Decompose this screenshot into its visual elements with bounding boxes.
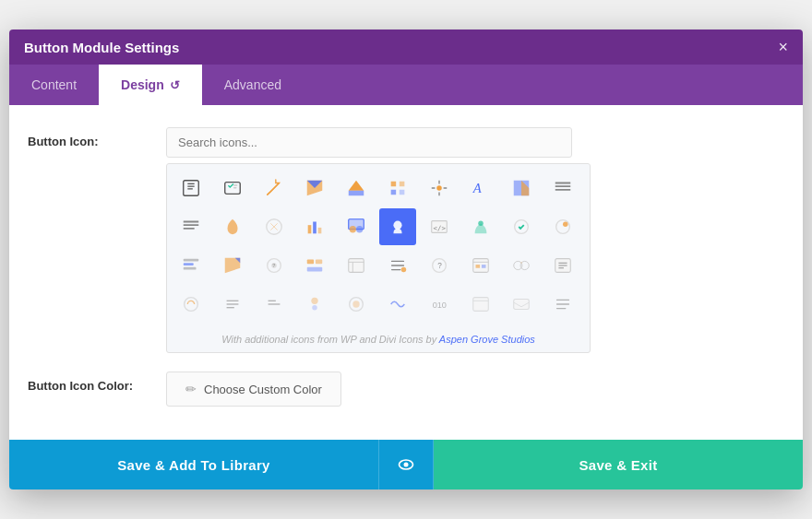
icon-cell[interactable]: 010: [421, 286, 458, 323]
svg-rect-48: [307, 260, 314, 265]
icon-cell[interactable]: [379, 247, 416, 284]
icon-cell[interactable]: </>: [421, 208, 458, 245]
icon-grid: A: [167, 164, 590, 328]
icon-cell[interactable]: [379, 286, 416, 323]
tab-advanced[interactable]: Advanced: [202, 65, 304, 105]
choose-color-label: Choose Custom Color: [204, 383, 322, 396]
svg-point-38: [556, 220, 570, 234]
svg-point-32: [356, 226, 363, 232]
svg-rect-57: [472, 259, 488, 273]
svg-rect-27: [314, 222, 317, 234]
tab-design[interactable]: Design ↺: [99, 65, 202, 105]
tab-bar: Content Design ↺ Advanced: [9, 65, 803, 105]
modal-body: Button Icon:: [9, 105, 803, 440]
svg-rect-50: [307, 267, 323, 272]
svg-rect-0: [184, 181, 199, 196]
icon-cell[interactable]: [256, 208, 293, 245]
svg-point-31: [350, 226, 356, 232]
icon-cell[interactable]: [503, 170, 540, 206]
pencil-icon: ✏: [185, 382, 197, 396]
modal-footer: Save & Add To Library Save & Exit: [9, 440, 803, 490]
icon-cell[interactable]: [256, 286, 293, 323]
svg-rect-59: [475, 265, 480, 268]
icon-cell[interactable]: [503, 286, 540, 323]
icon-cell[interactable]: [338, 247, 375, 284]
icon-search-input[interactable]: [166, 127, 572, 158]
svg-rect-51: [349, 259, 364, 273]
svg-text:?: ?: [437, 262, 442, 270]
icon-cell[interactable]: [214, 170, 251, 206]
svg-point-33: [393, 221, 401, 230]
icon-cell[interactable]: [256, 170, 293, 206]
icon-cell[interactable]: [503, 247, 540, 284]
svg-rect-5: [233, 184, 238, 185]
icon-cell[interactable]: [338, 170, 375, 206]
icon-cell[interactable]: [296, 247, 333, 284]
icon-cell[interactable]: [544, 286, 581, 323]
icon-cell[interactable]: [544, 247, 581, 284]
save-exit-button[interactable]: Save & Exit: [434, 440, 803, 490]
aspen-grove-link[interactable]: Aspen Grove Studios: [439, 334, 535, 345]
icon-cell[interactable]: [214, 208, 251, 245]
icon-cell[interactable]: [421, 170, 458, 206]
eye-icon: [397, 455, 415, 474]
close-button[interactable]: ×: [778, 39, 788, 55]
icon-grid-wrapper: A: [166, 163, 591, 353]
button-icon-color-field: Button Icon Color: ✏ Choose Custom Color: [28, 372, 784, 407]
icon-cell[interactable]: [503, 208, 540, 245]
tab-content[interactable]: Content: [9, 65, 99, 105]
button-icon-control: A: [166, 127, 784, 353]
svg-marker-10: [349, 191, 364, 196]
icon-cell[interactable]: [338, 286, 375, 323]
icon-cell[interactable]: [296, 208, 333, 245]
icon-cell[interactable]: [214, 247, 251, 284]
svg-point-67: [185, 298, 198, 312]
svg-point-11: [436, 185, 442, 191]
icon-cell[interactable]: [462, 247, 499, 284]
svg-point-54: [401, 267, 407, 273]
svg-point-76: [353, 301, 360, 307]
icon-cell[interactable]: [214, 286, 251, 323]
choose-color-button[interactable]: ✏ Choose Custom Color: [166, 372, 341, 407]
icon-cell[interactable]: [544, 208, 581, 245]
button-icon-color-control: ✏ Choose Custom Color: [166, 372, 784, 407]
icon-cell[interactable]: ?: [256, 247, 293, 284]
icon-credit: With additional icons from WP and Divi I…: [167, 328, 590, 352]
icon-cell[interactable]: [173, 286, 209, 323]
preview-button[interactable]: [378, 440, 434, 490]
svg-rect-40: [184, 259, 199, 262]
icon-cell[interactable]: [462, 208, 499, 245]
modal-header: Button Module Settings ×: [9, 29, 803, 65]
button-icon-label: Button Icon:: [28, 127, 166, 148]
icon-cell[interactable]: ?: [421, 247, 458, 284]
icon-cell[interactable]: [173, 170, 209, 206]
svg-point-36: [478, 221, 484, 227]
icon-cell[interactable]: [338, 208, 375, 245]
icon-cell[interactable]: [173, 208, 209, 245]
svg-rect-78: [472, 298, 488, 312]
svg-rect-49: [316, 260, 322, 265]
icon-cell[interactable]: A: [462, 170, 499, 206]
icon-cell[interactable]: [462, 286, 499, 323]
svg-marker-9: [349, 181, 364, 191]
icon-cell[interactable]: [296, 170, 333, 206]
save-library-button[interactable]: Save & Add To Library: [9, 440, 378, 490]
icon-cell[interactable]: [173, 247, 209, 284]
svg-rect-26: [308, 225, 312, 233]
svg-text:?: ?: [272, 263, 275, 268]
button-icon-field: Button Icon:: [28, 127, 784, 353]
icon-cell[interactable]: [379, 170, 416, 206]
icon-cell-selected[interactable]: [379, 208, 416, 245]
svg-point-74: [313, 305, 318, 311]
svg-text:</>: </>: [433, 224, 446, 232]
icon-cell[interactable]: [544, 170, 581, 206]
modal: Button Module Settings × Content Design …: [9, 29, 803, 490]
svg-rect-42: [184, 267, 197, 270]
modal-title: Button Module Settings: [24, 40, 179, 55]
svg-rect-6: [233, 187, 237, 188]
svg-point-73: [312, 298, 318, 304]
svg-rect-28: [318, 228, 322, 233]
reset-icon: ↺: [170, 78, 180, 92]
svg-rect-41: [184, 263, 194, 265]
icon-cell[interactable]: [296, 286, 333, 323]
